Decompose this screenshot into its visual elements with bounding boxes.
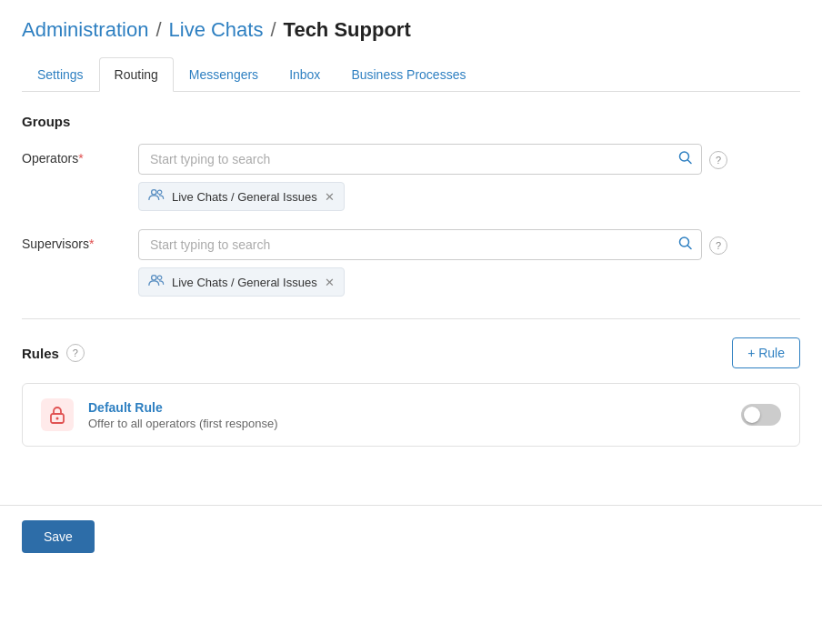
rule-description-default: Offer to all operators (first response) <box>88 417 727 430</box>
toggle-thumb <box>744 407 760 423</box>
tab-routing[interactable]: Routing <box>99 57 174 92</box>
supervisors-label: Supervisors* <box>22 229 131 251</box>
svg-point-7 <box>157 276 162 280</box>
breadcrumb-live-chats[interactable]: Live Chats <box>169 18 264 42</box>
supervisors-tag-group-icon-0 <box>148 274 165 290</box>
add-rule-button[interactable]: + Rule <box>732 337 800 368</box>
breadcrumb-separator-2: / <box>270 18 276 42</box>
svg-point-6 <box>152 276 156 280</box>
supervisors-tags: Live Chats / General Issues ✕ <box>138 267 702 297</box>
operators-tag-0: Live Chats / General Issues ✕ <box>138 182 345 211</box>
supervisors-tag-remove-0[interactable]: ✕ <box>325 277 335 288</box>
tab-settings[interactable]: Settings <box>22 57 99 92</box>
operators-tag-text-0: Live Chats / General Issues <box>172 190 317 204</box>
operators-tags: Live Chats / General Issues ✕ <box>138 182 702 211</box>
breadcrumb: Administration / Live Chats / Tech Suppo… <box>22 18 800 42</box>
operators-tag-remove-0[interactable]: ✕ <box>325 191 335 203</box>
rule-lock-icon <box>41 398 74 431</box>
supervisors-tag-text-0: Live Chats / General Issues <box>172 276 317 289</box>
rules-title-wrapper: Rules ? <box>22 344 85 362</box>
content-area: Groups Operators* <box>0 92 822 468</box>
rules-help-icon[interactable]: ? <box>66 344 85 362</box>
rule-info-default: Default Rule Offer to all operators (fir… <box>88 400 727 430</box>
breadcrumb-administration[interactable]: Administration <box>22 18 148 42</box>
operators-tag-group-icon-0 <box>148 188 165 205</box>
section-divider <box>22 318 800 319</box>
tabs-navigation: Settings Routing Messengers Inbox Busine… <box>22 56 800 92</box>
svg-point-2 <box>152 190 156 195</box>
operators-search-input[interactable] <box>138 144 702 175</box>
tab-inbox[interactable]: Inbox <box>274 57 336 92</box>
operators-help-icon[interactable]: ? <box>709 151 727 169</box>
save-button[interactable]: Save <box>22 520 95 553</box>
rule-toggle-default[interactable] <box>741 404 781 426</box>
rules-header: Rules ? + Rule <box>22 337 800 368</box>
supervisors-required-mark: * <box>89 236 94 251</box>
rule-name-default: Default Rule <box>88 400 727 415</box>
supervisors-search-wrapper <box>138 229 702 260</box>
supervisors-form-group: Supervisors* <box>22 229 800 297</box>
svg-point-9 <box>56 418 59 420</box>
operators-form-group: Operators* <box>22 144 800 211</box>
operators-search-wrapper <box>138 144 702 175</box>
supervisors-search-input[interactable] <box>138 229 702 260</box>
breadcrumb-current: Tech Support <box>284 18 411 42</box>
tab-business-processes[interactable]: Business Processes <box>336 57 481 92</box>
supervisors-field-wrapper: Live Chats / General Issues ✕ <box>138 229 702 297</box>
operators-label: Operators* <box>22 144 131 166</box>
rule-card-default: Default Rule Offer to all operators (fir… <box>22 383 800 447</box>
supervisors-tag-0: Live Chats / General Issues ✕ <box>138 267 345 297</box>
rules-section-title: Rules <box>22 346 59 361</box>
groups-section-title: Groups <box>22 114 800 129</box>
page-header: Administration / Live Chats / Tech Suppo… <box>0 0 822 92</box>
supervisors-help-icon[interactable]: ? <box>709 236 727 255</box>
breadcrumb-separator-1: / <box>155 18 161 42</box>
svg-point-3 <box>157 190 162 195</box>
operators-required-mark: * <box>78 151 83 166</box>
operators-field-wrapper: Live Chats / General Issues ✕ <box>138 144 702 211</box>
tab-messengers[interactable]: Messengers <box>174 57 274 92</box>
page-footer: Save <box>0 505 822 568</box>
